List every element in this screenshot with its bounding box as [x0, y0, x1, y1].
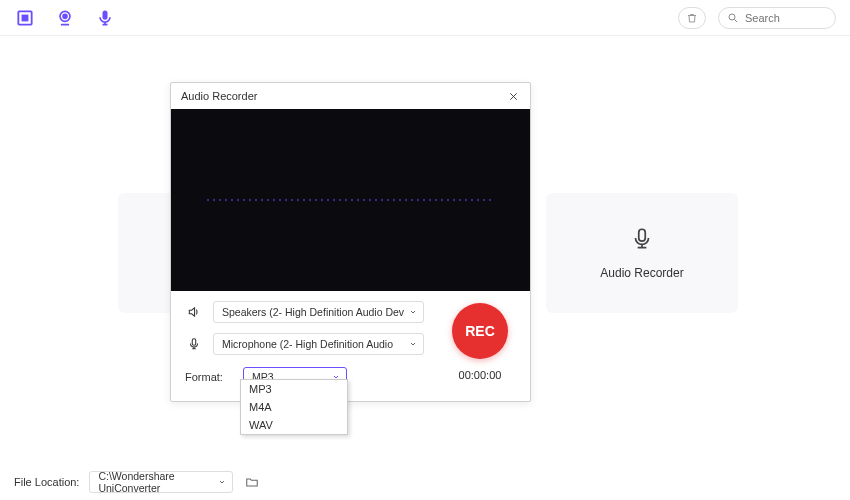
mic-row: Microphone (2- High Definition Audio: [185, 333, 424, 355]
format-label: Format:: [185, 371, 223, 383]
format-option-mp3[interactable]: MP3: [241, 380, 347, 398]
modal-body: Speakers (2- High Definition Audio Dev M…: [171, 291, 530, 401]
close-button[interactable]: [506, 89, 520, 103]
svg-rect-7: [192, 339, 196, 345]
chevron-down-icon: [218, 476, 226, 488]
speaker-value: Speakers (2- High Definition Audio Dev: [222, 306, 404, 318]
main-area: Audio Recorder Audio Recorder Speakers (…: [0, 36, 850, 464]
mic-value: Microphone (2- High Definition Audio: [222, 338, 393, 350]
screen-record-icon[interactable]: [14, 7, 36, 29]
mode-icons: [14, 7, 116, 29]
file-location-select[interactable]: C:\Wondershare UniConverter: [89, 471, 233, 493]
mic-select[interactable]: Microphone (2- High Definition Audio: [213, 333, 424, 355]
bottom-bar: File Location: C:\Wondershare UniConvert…: [0, 464, 850, 500]
search-icon: [727, 12, 739, 24]
waveform-display: [171, 109, 530, 291]
top-toolbar: [0, 0, 850, 36]
microphone-icon: [185, 335, 203, 353]
svg-point-5: [729, 14, 735, 20]
record-timer: 00:00:00: [459, 369, 502, 381]
device-controls: Speakers (2- High Definition Audio Dev M…: [185, 301, 424, 387]
record-column: REC 00:00:00: [444, 301, 516, 387]
search-box[interactable]: [718, 7, 836, 29]
chevron-down-icon: [409, 338, 417, 350]
search-input[interactable]: [745, 12, 825, 24]
svg-rect-1: [23, 15, 28, 20]
chevron-down-icon: [409, 306, 417, 318]
microphone-icon: [629, 226, 655, 252]
open-folder-button[interactable]: [243, 473, 261, 491]
format-option-wav[interactable]: WAV: [241, 416, 347, 434]
modal-title: Audio Recorder: [181, 90, 257, 102]
speaker-icon: [185, 303, 203, 321]
bg-card-audio-recorder[interactable]: Audio Recorder: [546, 193, 738, 313]
waveform-line: [207, 200, 494, 201]
svg-rect-6: [639, 229, 646, 241]
webcam-icon[interactable]: [54, 7, 76, 29]
top-right-controls: [678, 7, 836, 29]
format-dropdown: MP3 M4A WAV: [240, 379, 348, 435]
file-location-label: File Location:: [14, 476, 79, 488]
record-button[interactable]: REC: [452, 303, 508, 359]
modal-header: Audio Recorder: [171, 83, 530, 109]
record-label: REC: [465, 323, 495, 339]
speaker-select[interactable]: Speakers (2- High Definition Audio Dev: [213, 301, 424, 323]
speaker-row: Speakers (2- High Definition Audio Dev: [185, 301, 424, 323]
audio-recorder-modal: Audio Recorder Speakers (2- High Definit…: [170, 82, 531, 402]
bg-card-label: Audio Recorder: [600, 266, 683, 280]
audio-recorder-icon[interactable]: [94, 7, 116, 29]
format-option-m4a[interactable]: M4A: [241, 398, 347, 416]
svg-rect-4: [103, 10, 108, 19]
trash-button[interactable]: [678, 7, 706, 29]
file-location-value: C:\Wondershare UniConverter: [98, 470, 214, 494]
svg-point-3: [63, 14, 67, 18]
